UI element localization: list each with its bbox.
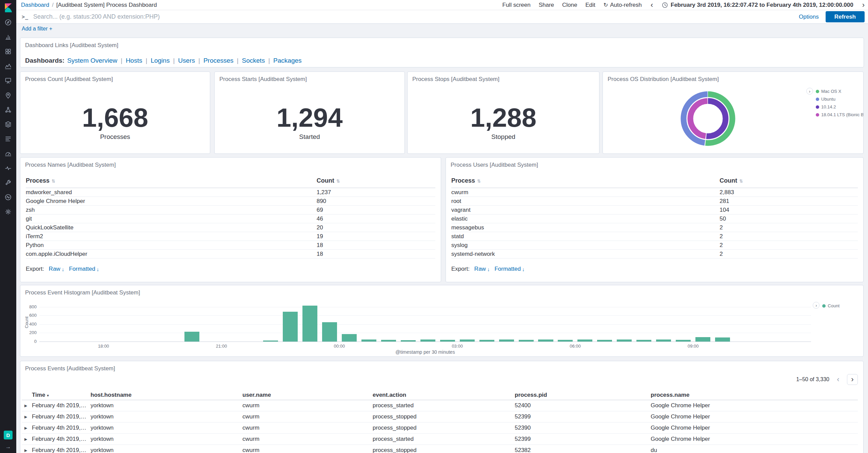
table-row[interactable]: mdworker_shared1,237 (26, 188, 435, 197)
sidebar-item-logs[interactable] (4, 136, 12, 144)
column-header-process-pid[interactable]: process.pid (515, 392, 651, 398)
sidebar-item-dev-tools[interactable] (4, 179, 12, 187)
dashboard-link-sockets[interactable]: Sockets (242, 57, 265, 64)
table-row[interactable]: vagrant104 (451, 206, 858, 214)
legend-item-mac-os-x[interactable]: Mac OS X (816, 89, 864, 94)
export-raw-link[interactable]: Raw↓ (49, 266, 64, 272)
pagination-prev-icon[interactable]: ‹ (833, 374, 844, 385)
sidebar-item-visualize[interactable] (4, 34, 12, 42)
sidebar-item-maps[interactable] (4, 92, 12, 100)
legend-item-ubuntu[interactable]: Ubuntu (816, 97, 864, 102)
menu-item-share[interactable]: Share (539, 2, 554, 8)
sidebar-item-machine-learning[interactable] (4, 106, 12, 115)
export-formatted-link[interactable]: Formatted↓ (69, 266, 99, 272)
dashboard-link-processes[interactable]: Processes (203, 57, 234, 64)
column-header-user-name[interactable]: user.name (242, 392, 373, 398)
table-row[interactable]: syslog2 (451, 241, 858, 250)
table-row[interactable]: git46 (26, 214, 435, 223)
options-link[interactable]: Options (799, 14, 819, 20)
pagination-next-icon[interactable]: › (847, 374, 858, 385)
histogram-bar[interactable] (322, 322, 337, 342)
menu-item-clone[interactable]: Clone (562, 2, 577, 8)
histogram-bar[interactable] (263, 341, 278, 342)
add-filter-link[interactable]: Add a filter + (22, 26, 52, 32)
sidebar-item-dashboard[interactable] (4, 48, 12, 56)
histogram-bar[interactable] (656, 339, 671, 342)
table-row[interactable]: messagebus2 (451, 223, 858, 232)
search-input[interactable] (33, 13, 795, 21)
sidebar-item-apm[interactable] (4, 150, 12, 158)
histogram-bar[interactable] (302, 306, 317, 342)
table-row[interactable]: cwurm2,883 (451, 188, 858, 197)
table-row[interactable]: elastic50 (451, 214, 858, 223)
menu-item-edit[interactable]: Edit (585, 2, 595, 8)
table-row[interactable]: root281 (451, 197, 858, 206)
dashboard-link-packages[interactable]: Packages (273, 57, 301, 64)
dashboard-link-users[interactable]: Users (178, 57, 195, 64)
histogram-bar[interactable] (283, 312, 298, 342)
menu-item-full-screen[interactable]: Full screen (502, 2, 531, 8)
dashboard-link-system-overview[interactable]: System Overview (67, 57, 117, 64)
histogram-bar[interactable] (499, 339, 514, 342)
table-row[interactable]: com.apple.iCloudHelper18 (26, 250, 435, 259)
table-row[interactable]: systemd-network2 (451, 250, 858, 259)
time-range-picker[interactable]: February 3rd 2019, 16:22:07.472 to Febru… (662, 2, 853, 8)
refresh-button[interactable]: Refresh (826, 11, 865, 22)
time-forward-icon[interactable]: › (862, 1, 865, 9)
export-raw-link[interactable]: Raw↓ (474, 266, 490, 272)
table-row[interactable]: Python18 (26, 241, 435, 250)
histogram-bar[interactable] (361, 339, 376, 342)
histogram-bar[interactable] (401, 340, 416, 342)
legend-toggle-icon[interactable]: › (806, 88, 813, 95)
kibana-logo[interactable] (0, 0, 16, 16)
sidebar-item-canvas[interactable] (4, 77, 12, 85)
column-header-process[interactable]: Process⇅ (26, 177, 317, 184)
column-header-event-action[interactable]: event.action (373, 392, 515, 398)
time-back-icon[interactable]: ‹ (650, 1, 654, 9)
export-formatted-link[interactable]: Formatted↓ (494, 266, 525, 272)
histogram-bar[interactable] (460, 339, 475, 342)
collapse-nav-icon[interactable]: → (5, 444, 11, 450)
histogram-bar[interactable] (676, 340, 691, 342)
legend-toggle-icon[interactable]: › (813, 302, 820, 309)
sidebar-item-timelion[interactable] (4, 63, 12, 71)
breadcrumb-dashboard[interactable]: Dashboard (21, 2, 49, 8)
dashboard-link-logins[interactable]: Logins (151, 57, 170, 64)
expand-row-icon[interactable]: ▶ (22, 415, 32, 419)
column-header-count[interactable]: Count⇅ (317, 177, 435, 184)
column-header-process[interactable]: Process⇅ (451, 177, 719, 184)
table-row[interactable]: Google Chrome Helper890 (26, 197, 435, 206)
histogram-bar[interactable] (381, 340, 396, 342)
sidebar-item-infrastructure[interactable] (4, 121, 12, 129)
histogram-bar[interactable] (577, 339, 592, 342)
histogram-bar[interactable] (420, 339, 435, 342)
table-row[interactable]: iTerm219 (26, 232, 435, 241)
sidebar-item-uptime[interactable] (4, 165, 12, 173)
sidebar-item-management[interactable] (4, 208, 12, 217)
histogram-bar[interactable] (538, 339, 553, 342)
histogram-bar[interactable] (184, 332, 199, 342)
legend-item-10-14-2[interactable]: 10.14.2 (816, 104, 864, 109)
expand-row-icon[interactable]: ▶ (22, 426, 32, 430)
histogram-bar[interactable] (519, 340, 534, 342)
auto-refresh-button[interactable]: ↻ Auto-refresh (604, 2, 642, 8)
histogram-bar[interactable] (440, 340, 455, 342)
histogram-bar[interactable] (715, 337, 730, 342)
expand-row-icon[interactable]: ▶ (22, 448, 32, 453)
expand-row-icon[interactable]: ▶ (22, 437, 32, 441)
space-avatar[interactable]: D (4, 431, 13, 439)
table-row[interactable]: statd2 (451, 232, 858, 241)
table-row[interactable]: zsh69 (26, 206, 435, 214)
histogram-bar[interactable] (695, 337, 710, 342)
column-header-process-name[interactable]: process.name (651, 392, 858, 398)
histogram-bar[interactable] (636, 340, 651, 342)
dashboard-link-hosts[interactable]: Hosts (126, 57, 142, 64)
sidebar-item-monitoring[interactable] (4, 194, 12, 202)
column-header-time[interactable]: Time▾ (32, 392, 91, 398)
histogram-bar[interactable] (342, 334, 357, 342)
sidebar-item-discover[interactable] (4, 19, 12, 27)
histogram-bar[interactable] (597, 340, 612, 342)
histogram-bar[interactable] (617, 339, 632, 342)
table-row[interactable]: QuickLookSatellite20 (26, 223, 435, 232)
histogram-bar[interactable] (479, 340, 494, 342)
